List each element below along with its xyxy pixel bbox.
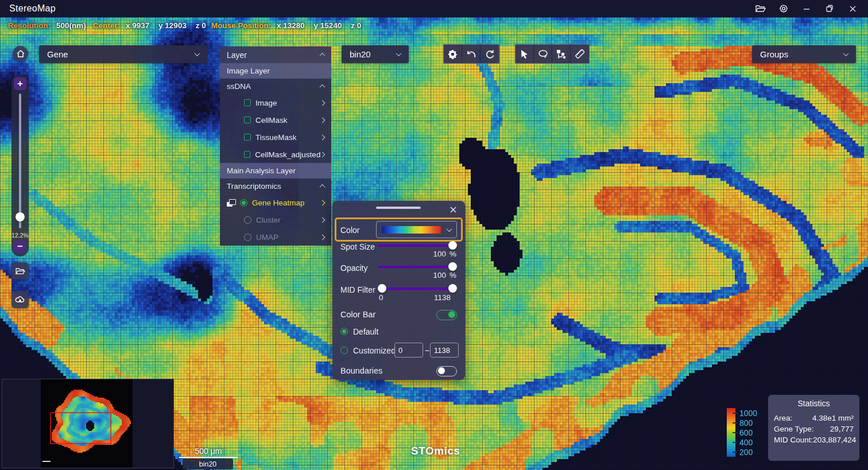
select-tool-button[interactable]: [516, 45, 534, 63]
customized-max-input[interactable]: [430, 343, 459, 358]
mouse-y: y 15240: [314, 21, 342, 30]
chevron-right-icon: [320, 100, 326, 106]
opacity-thumb[interactable]: [448, 262, 457, 271]
export-button[interactable]: [11, 291, 29, 308]
customized-min-input[interactable]: [394, 343, 423, 358]
layer-item-gene-heatmap[interactable]: Gene Heatmap: [220, 194, 331, 211]
opacity-value: 100: [418, 271, 446, 279]
redo-refresh-icon: [485, 49, 495, 59]
bin-merge-icon: [556, 49, 566, 59]
mid-filter-max-thumb[interactable]: [448, 284, 457, 293]
groups-dropdown[interactable]: Groups: [752, 45, 856, 63]
layer-item-tissuemask[interactable]: TissueMask: [220, 129, 331, 146]
zoom-level: 12.2%: [11, 232, 29, 239]
legend-tick: 200: [739, 448, 753, 456]
legend-tick: 600: [739, 429, 753, 437]
minimize-icon[interactable]: [798, 2, 815, 15]
layer-item-cellmask-adjusted[interactable]: CellMask_adjusted: [220, 146, 331, 163]
legend-tick: 800: [739, 419, 753, 427]
ruler-icon: [575, 49, 585, 59]
stat-label: MID Count:: [774, 434, 813, 445]
radio-selected[interactable]: [240, 199, 247, 207]
mid-filter-min-thumb[interactable]: [378, 284, 386, 293]
drag-handle[interactable]: [376, 207, 421, 209]
image-layer-header[interactable]: Image Layer: [220, 63, 331, 79]
layer-panel-header[interactable]: Layer: [220, 46, 331, 63]
center-z: z 0: [196, 21, 206, 30]
resolution-value: 500(nm): [56, 21, 86, 30]
redo-button[interactable]: [480, 45, 499, 63]
folder-open-icon: [16, 267, 25, 275]
open-file-icon[interactable]: [752, 2, 769, 15]
open-folder-button[interactable]: [11, 262, 29, 279]
undo-button[interactable]: [462, 45, 480, 63]
ssdna-group-header[interactable]: ssDNA: [220, 79, 331, 94]
mouse-x: x 13280: [277, 21, 305, 30]
zoom-in-button[interactable]: +: [14, 77, 26, 90]
zoom-slider: + 12.2% −: [11, 75, 29, 257]
stat-label: Area:: [774, 413, 792, 424]
boundaries-toggle[interactable]: [436, 366, 457, 376]
chevron-up-icon: [320, 184, 326, 190]
statistics-panel: Statistics Area: 4.38e1 mm² Gene Type: 2…: [768, 395, 859, 461]
layer-item-image[interactable]: Image: [220, 94, 331, 111]
checkbox-unchecked[interactable]: [244, 116, 251, 123]
statistics-title: Statistics: [774, 399, 854, 408]
transcriptomics-group-header[interactable]: Transcriptomics: [220, 178, 331, 194]
checkbox-unchecked[interactable]: [244, 99, 251, 106]
layer-item-cellmask[interactable]: CellMask: [220, 111, 331, 129]
radio-unselected[interactable]: [244, 216, 251, 224]
layer-item-cluster[interactable]: Cluster: [220, 211, 331, 228]
zoom-track[interactable]: [19, 94, 21, 228]
spot-size-value: 100: [418, 250, 446, 258]
canvas-settings-button[interactable]: [444, 45, 462, 63]
color-bar-label: Color Bar: [340, 310, 375, 319]
zoom-thumb[interactable]: [16, 212, 25, 222]
radio-unselected[interactable]: [244, 234, 251, 241]
mid-filter-slider[interactable]: [381, 288, 455, 290]
boundaries-label: Boundaries: [340, 366, 382, 375]
customized-radio[interactable]: [340, 347, 348, 354]
default-radio[interactable]: [340, 328, 348, 335]
close-icon: [450, 206, 457, 213]
spot-size-thumb[interactable]: [448, 241, 457, 250]
heatmap-settings-panel: Color Spot Size 100 % Opacity 100 % MID …: [332, 201, 465, 380]
opacity-slider[interactable]: [378, 266, 455, 268]
bin-merge-tool-button[interactable]: [552, 45, 571, 63]
scale-bin-label: bin20: [183, 459, 233, 469]
colormap-dropdown[interactable]: [376, 221, 457, 238]
legend-tick: 1000: [739, 409, 757, 417]
gene-dropdown[interactable]: Gene: [39, 45, 207, 63]
titlebar: StereoMap: [0, 0, 868, 17]
checkbox-unchecked[interactable]: [244, 151, 250, 158]
minimap[interactable]: [2, 379, 174, 468]
measure-tool-button[interactable]: [571, 45, 589, 63]
mid-filter-label: MID Filter: [340, 285, 375, 294]
spot-size-slider[interactable]: [378, 244, 455, 247]
zoom-out-button[interactable]: −: [14, 240, 26, 253]
toolbar-select-group: [515, 44, 590, 64]
gear-icon: [448, 49, 458, 59]
stat-label: Gene Type:: [774, 424, 814, 434]
chevron-right-icon: [320, 234, 326, 240]
home-button[interactable]: [13, 46, 28, 61]
bin-dropdown[interactable]: bin20: [342, 45, 409, 63]
layers-icon: [227, 199, 236, 207]
mouse-position-label: Mouse Position:: [211, 21, 271, 30]
stat-value: 4.38e1 mm²: [812, 413, 854, 424]
scale-bar: 500 μm: [179, 446, 238, 458]
panel-close-button[interactable]: [448, 204, 458, 215]
close-icon[interactable]: [844, 2, 861, 15]
checkbox-unchecked[interactable]: [244, 134, 251, 141]
scale-line: [179, 457, 238, 458]
undo-arrow-icon: [466, 50, 476, 59]
opacity-unit: %: [450, 271, 456, 279]
chevron-right-icon: [320, 200, 326, 205]
layer-item-umap[interactable]: UMAP: [220, 228, 331, 246]
lasso-tool-button[interactable]: [534, 45, 552, 63]
main-analysis-layer-header[interactable]: Main Analysis Layer: [220, 163, 331, 178]
restore-icon[interactable]: [821, 2, 838, 15]
settings-gear-icon[interactable]: [775, 2, 792, 15]
color-bar-toggle[interactable]: [436, 310, 457, 320]
legend-tick: 400: [739, 438, 753, 446]
